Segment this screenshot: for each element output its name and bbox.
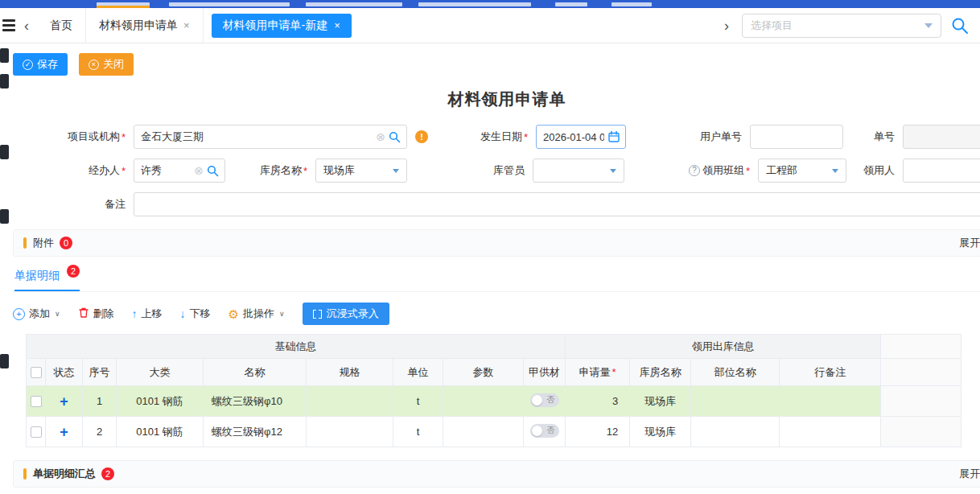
sidebar-icon[interactable] bbox=[0, 209, 9, 224]
cell-status[interactable]: + bbox=[46, 417, 83, 447]
toggle-knob bbox=[532, 395, 542, 405]
cell-category: 0101 钢筋 bbox=[117, 386, 204, 417]
save-button-label: 保存 bbox=[37, 57, 58, 72]
menubar-item-fragment bbox=[555, 2, 587, 6]
tab-material-requisition[interactable]: 材料领用申请单 × bbox=[86, 8, 204, 43]
tab-home[interactable]: 首页 bbox=[37, 8, 86, 43]
summary-section-bar[interactable]: 单据明细汇总 2 展开 ▶ bbox=[13, 460, 980, 488]
agent-field[interactable]: ⊗ bbox=[134, 158, 225, 183]
close-button[interactable]: × 关闭 bbox=[79, 53, 134, 76]
detail-count-badge: 2 bbox=[67, 265, 80, 278]
row-checkbox[interactable] bbox=[31, 426, 42, 438]
attachments-label: 附件 bbox=[33, 236, 54, 250]
menubar-item-fragment bbox=[418, 2, 531, 6]
project-select[interactable]: 选择项目 bbox=[742, 14, 941, 38]
tab-close-icon[interactable]: × bbox=[183, 19, 190, 31]
clear-icon[interactable]: ⊗ bbox=[194, 159, 204, 182]
toggle-knob bbox=[532, 426, 542, 436]
sidebar-icon[interactable] bbox=[0, 354, 9, 368]
supplied-toggle[interactable]: 否 bbox=[530, 424, 559, 438]
add-button[interactable]: + 添加 ∨ bbox=[13, 307, 60, 321]
user-no-field[interactable] bbox=[750, 125, 843, 149]
required-mark: * bbox=[303, 165, 307, 177]
info-icon[interactable]: ! bbox=[415, 130, 428, 143]
menubar-item-fragment bbox=[169, 2, 290, 6]
chevron-down-icon bbox=[832, 169, 838, 173]
date-field[interactable] bbox=[536, 125, 626, 149]
immersive-entry-label: 沉浸式录入 bbox=[327, 307, 379, 321]
immersive-entry-button[interactable]: 沉浸式录入 bbox=[303, 303, 389, 325]
project-input[interactable] bbox=[134, 126, 406, 148]
col-extra bbox=[881, 359, 961, 386]
col-category: 大类 bbox=[117, 359, 204, 386]
tab-material-requisition-new[interactable]: 材料领用申请单-新建 × bbox=[212, 14, 352, 38]
row-checkbox[interactable] bbox=[31, 396, 42, 407]
question-circle-icon[interactable]: ? bbox=[689, 165, 700, 176]
delete-button[interactable]: 删除 bbox=[78, 307, 114, 321]
doc-no-input bbox=[904, 126, 980, 148]
tabs-scroll-right-icon[interactable]: › bbox=[716, 19, 737, 33]
cell-warehouse: 现场库 bbox=[630, 417, 691, 447]
sidebar-icon[interactable] bbox=[0, 74, 9, 89]
search-icon[interactable] bbox=[389, 126, 401, 148]
batch-operations-button[interactable]: ⚙ 批操作 ∨ bbox=[229, 307, 285, 321]
sidebar-icon[interactable] bbox=[0, 145, 9, 159]
attachments-expand-button[interactable]: 展开 ▶ bbox=[959, 236, 980, 250]
clear-icon[interactable]: ⊗ bbox=[376, 126, 385, 148]
table-row[interactable]: +10101 钢筋螺纹三级钢φ10t否3现场库 bbox=[27, 386, 961, 417]
remark-field[interactable] bbox=[134, 192, 980, 216]
date-label: 发生日期* bbox=[452, 130, 536, 144]
calendar-icon[interactable] bbox=[607, 126, 620, 148]
user-no-input[interactable] bbox=[751, 126, 842, 148]
chevron-down-icon: ∨ bbox=[279, 310, 285, 318]
plus-circle-icon: + bbox=[13, 308, 25, 320]
keeper-select[interactable] bbox=[533, 158, 624, 183]
col-status: 状态 bbox=[46, 359, 83, 386]
summary-expand-button[interactable]: 展开 ▶ bbox=[959, 467, 980, 481]
team-select[interactable]: 工程部 bbox=[758, 158, 846, 183]
select-all-checkbox[interactable] bbox=[31, 367, 42, 378]
tabs-scroll-left-icon[interactable]: ‹ bbox=[16, 19, 37, 33]
global-search-icon[interactable] bbox=[951, 17, 969, 35]
sidebar-icon[interactable] bbox=[0, 48, 9, 63]
attachments-count-badge: 0 bbox=[60, 237, 72, 249]
row-status-plus-icon[interactable]: + bbox=[60, 393, 68, 410]
cell-supplied[interactable]: 否 bbox=[524, 417, 566, 447]
cell-checkbox[interactable] bbox=[27, 386, 46, 417]
keeper-label: 库管员 bbox=[447, 163, 533, 178]
search-icon[interactable] bbox=[207, 159, 219, 182]
cell-unit: t bbox=[393, 386, 443, 417]
remark-input[interactable] bbox=[134, 193, 980, 216]
close-button-label: 关闭 bbox=[103, 57, 124, 72]
warehouse-value: 现场库 bbox=[323, 163, 393, 178]
save-button[interactable]: ✓ 保存 bbox=[13, 53, 68, 76]
cell-extra bbox=[881, 417, 961, 447]
required-mark: * bbox=[612, 366, 616, 378]
detail-tabs: 单据明细 2 bbox=[13, 268, 980, 292]
project-field[interactable]: ⊗ bbox=[134, 125, 407, 149]
chevron-down-icon bbox=[393, 169, 399, 173]
attachments-section-bar[interactable]: 附件 0 展开 ▶ bbox=[13, 229, 980, 257]
table-row[interactable]: +20101 钢筋螺纹三级钢φ12t否12现场库 bbox=[27, 417, 961, 447]
cell-seq: 2 bbox=[83, 417, 117, 447]
cell-status[interactable]: + bbox=[46, 386, 83, 417]
cell-category: 0101 钢筋 bbox=[117, 417, 204, 447]
team-value: 工程部 bbox=[766, 163, 832, 178]
row-status-plus-icon[interactable]: + bbox=[60, 424, 68, 440]
tab-close-icon[interactable]: × bbox=[334, 19, 340, 31]
tab-detail-lines[interactable]: 单据明细 2 bbox=[14, 269, 80, 291]
tab-bar: ‹ 首页 材料领用申请单 × 材料领用申请单-新建 × › 选择项目 bbox=[0, 8, 980, 43]
move-down-button[interactable]: ↓ 下移 bbox=[180, 307, 211, 321]
cell-supplied[interactable]: 否 bbox=[524, 386, 566, 417]
toggle-label: 否 bbox=[547, 425, 555, 436]
supplied-toggle[interactable]: 否 bbox=[530, 393, 559, 407]
form-row-3: 备注 bbox=[13, 192, 980, 216]
cell-part bbox=[691, 386, 780, 417]
hamburger-menu-icon[interactable] bbox=[2, 17, 16, 34]
col-spec: 规格 bbox=[307, 359, 393, 386]
cell-checkbox[interactable] bbox=[27, 417, 46, 447]
recipient-label: 领用人 bbox=[846, 163, 903, 178]
warehouse-select[interactable]: 现场库 bbox=[315, 158, 407, 183]
recipient-select[interactable] bbox=[903, 158, 980, 183]
move-up-button[interactable]: ↑ 上移 bbox=[132, 307, 163, 321]
